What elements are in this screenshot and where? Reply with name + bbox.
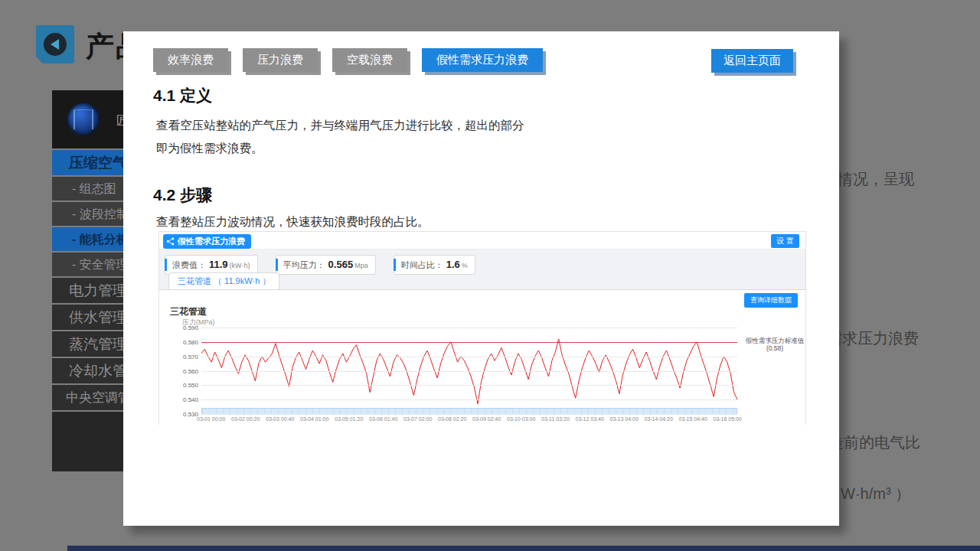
y-axis-tick: 0.560 — [174, 368, 198, 375]
gridline — [201, 371, 737, 372]
x-axis-tick: 03-03 00:40 — [266, 416, 294, 422]
x-axis-tick: 03-04 01:00 — [300, 416, 328, 422]
back-arrow-icon — [41, 31, 69, 58]
stat-card: 平均压力：0.565Mpa — [276, 255, 376, 275]
waste-tab-inactive[interactable]: 空载浪费 — [332, 48, 407, 72]
gridline — [201, 399, 737, 400]
steps-paragraph: 查看整站压力波动情况，快速获知浪费时段的占比。 — [156, 210, 430, 233]
section-heading-definition: 4.1 定义 — [153, 85, 212, 106]
content-modal: 效率浪费压力浪费空载浪费假性需求压力浪费 返回主页面 4.1 定义 查看空压站整… — [123, 31, 839, 526]
ref-value: (0.58) — [741, 344, 808, 352]
x-axis-tick: 03-02 00:20 — [231, 416, 260, 422]
y-axis-tick: 0.590 — [174, 324, 198, 331]
gridline — [201, 385, 737, 386]
chart-panel: 查询详细数据 三花管道 压力(MPa) 假性需求压力标准值 (0.58) 0.5… — [159, 290, 805, 425]
badge-label: 假性需求压力浪费 — [178, 236, 245, 247]
bottom-edge-strip — [67, 546, 980, 551]
gridline — [201, 357, 737, 357]
x-axis-tick: 03-15 04:40 — [678, 416, 707, 422]
x-axis-tick: 03-12 03:40 — [575, 416, 603, 422]
gridline — [201, 414, 737, 415]
pipe-tab-bar: 三花管道 （ 11.9kW·h ） — [159, 274, 805, 290]
x-axis-tick: 03-07 02:00 — [403, 416, 432, 422]
ref-label: 假性需求压力标准值 — [741, 337, 808, 344]
x-axis-tick: 03-10 03:00 — [507, 416, 535, 422]
pressure-line-chart: 假性需求压力标准值 (0.58) 0.5900.5800.5700.5600.5… — [201, 328, 737, 414]
return-home-button[interactable]: 返回主页面 — [711, 49, 793, 73]
stat-unit: % — [462, 262, 468, 269]
y-axis-tick: 0.540 — [174, 396, 198, 403]
waste-tab-inactive[interactable]: 效率浪费 — [153, 48, 228, 72]
back-button[interactable] — [36, 25, 74, 64]
bg-text-fragment: 需求压力浪费 — [827, 328, 919, 349]
stat-unit: (kW·h) — [230, 262, 250, 269]
x-axis-tick: 03-06 01:40 — [369, 416, 397, 422]
scatter-share-icon — [166, 237, 175, 246]
definition-paragraph: 查看空压站整站的产气压力，并与终端用气压力进行比较，超出的部分 即为假性需求浪费… — [156, 114, 524, 160]
stat-value: 0.565 — [328, 259, 354, 270]
bg-text-fragment: 情况，呈现 — [838, 169, 914, 190]
x-axis-labels: 03-01 00:0003-02 00:2003-03 00:4003-04 0… — [197, 416, 742, 422]
x-axis-tick: 03-14 04:20 — [644, 416, 672, 422]
x-axis-tick: 03-01 00:00 — [197, 416, 225, 422]
stat-label: 时间占比： — [401, 259, 443, 271]
chart-title: 三花管道 — [170, 305, 207, 318]
stat-value: 11.9 — [209, 259, 228, 270]
stat-card: 时间占比：1.6% — [394, 255, 475, 275]
screenshot-header: 假性需求压力浪费 设 置 — [159, 232, 805, 249]
y-axis-tick: 0.530 — [174, 411, 198, 418]
gridline — [201, 328, 737, 328]
bg-text-fragment: W·h/m³ ） — [841, 484, 910, 504]
query-detail-button[interactable]: 查询详细数据 — [744, 293, 798, 308]
definition-line-2: 即为假性需求浪费。 — [156, 137, 524, 160]
reference-line-note: 假性需求压力标准值 (0.58) — [741, 337, 808, 352]
embedded-screenshot: 假性需求压力浪费 设 置 浪费值：11.9(kW·h)平均压力：0.565Mpa… — [158, 231, 806, 425]
stat-unit: Mpa — [354, 262, 368, 269]
definition-line-1: 查看空压站整站的产气压力，并与终端用气压力进行比较，超出的部分 — [156, 114, 524, 137]
pipe-tab[interactable]: 三花管道 （ 11.9kW·h ） — [168, 272, 279, 289]
y-axis-tick: 0.550 — [174, 382, 198, 389]
reference-line — [201, 342, 737, 343]
waste-tab-active[interactable]: 假性需求压力浪费 — [422, 48, 543, 72]
screenshot-title-badge: 假性需求压力浪费 — [163, 234, 251, 249]
x-axis-tick: 03-16 05:00 — [713, 416, 741, 422]
y-axis-tick: 0.580 — [174, 339, 198, 346]
app-logo-icon — [67, 103, 100, 135]
x-axis-tick: 03-11 03:20 — [541, 416, 570, 422]
bg-text-fragment: 造前的电气比 — [828, 432, 920, 453]
y-axis-tick: 0.570 — [174, 354, 198, 360]
x-axis-tick: 03-09 02:40 — [472, 416, 501, 422]
waste-tab-inactive[interactable]: 压力浪费 — [243, 48, 318, 72]
stat-label: 浪费值： — [172, 259, 206, 271]
section-heading-steps: 4.2 步骤 — [153, 184, 212, 206]
x-axis-tick: 03-13 04:00 — [609, 416, 638, 422]
x-axis-tick: 03-05 01:20 — [335, 416, 363, 422]
settings-button[interactable]: 设 置 — [771, 234, 799, 248]
x-axis-tick: 03-08 02:20 — [438, 416, 466, 422]
stat-value: 1.6 — [446, 259, 460, 270]
stat-label: 平均压力： — [283, 259, 325, 271]
